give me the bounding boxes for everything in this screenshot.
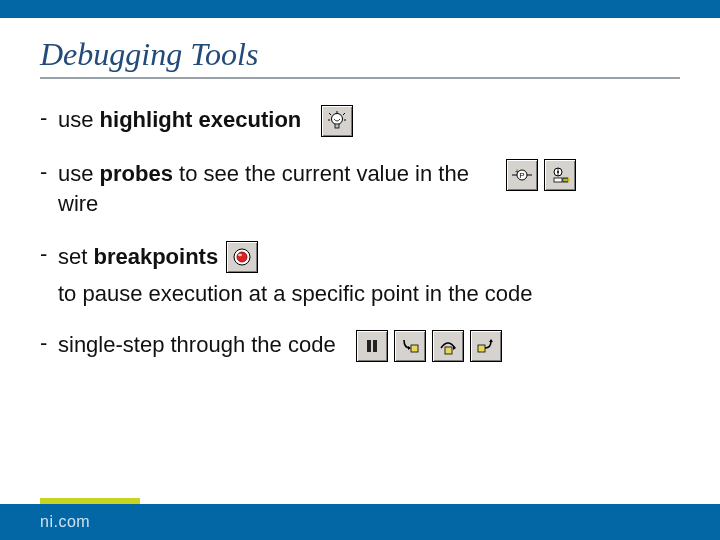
list-item: - use highlight execution (40, 105, 680, 137)
svg-text:+: + (515, 168, 519, 175)
slide-content: Debugging Tools - use highlight executio… (0, 18, 720, 362)
footer-accent (40, 498, 140, 504)
svg-rect-16 (373, 340, 377, 352)
dash-icon: - (40, 241, 58, 267)
svg-rect-17 (411, 345, 418, 352)
svg-point-13 (237, 252, 247, 262)
list-item: - single-step through the code (40, 330, 680, 362)
bullet-text: set breakpoints to pause execution at a … (58, 241, 598, 309)
page-title: Debugging Tools (40, 36, 680, 73)
custom-probe-icon (544, 159, 576, 191)
footer-bar: ni.com (0, 504, 720, 540)
icon-group (356, 330, 502, 362)
text-strong: breakpoints (93, 244, 218, 269)
dash-icon: - (40, 159, 58, 185)
icon-group (321, 105, 353, 137)
footer: ni.com (0, 504, 720, 540)
step-out-icon (470, 330, 502, 362)
text: use (58, 161, 100, 186)
text: single-step through the code (58, 332, 336, 357)
title-underline (40, 77, 680, 79)
icon-group: P + (506, 159, 576, 191)
svg-rect-1 (335, 124, 339, 128)
lightbulb-icon (321, 105, 353, 137)
text: use (58, 107, 100, 132)
text: to pause execution at a specific point i… (58, 279, 533, 309)
svg-point-9 (557, 171, 559, 173)
step-over-icon (432, 330, 464, 362)
svg-rect-15 (367, 340, 371, 352)
dash-icon: - (40, 105, 58, 131)
svg-text:P: P (519, 171, 524, 180)
bullet-text: single-step through the code (58, 330, 502, 362)
bullet-text: use probes to see the current value in t… (58, 159, 498, 218)
text-strong: probes (100, 161, 173, 186)
probe-icon: P + (506, 159, 538, 191)
text: set (58, 244, 93, 269)
bullet-text: use highlight execution (58, 105, 353, 137)
svg-point-14 (238, 253, 242, 256)
svg-rect-10 (554, 178, 562, 182)
breakpoint-icon (226, 241, 258, 273)
list-item: - set breakpoints to pause execution at … (40, 241, 680, 309)
brand-text: ni.com (40, 513, 90, 531)
header-bar (0, 0, 720, 18)
svg-rect-19 (478, 345, 485, 352)
dash-icon: - (40, 330, 58, 356)
pause-icon (356, 330, 388, 362)
bullet-list: - use highlight execution - (40, 105, 680, 362)
svg-rect-18 (445, 347, 452, 354)
text-strong: highlight execution (100, 107, 302, 132)
svg-point-0 (332, 114, 343, 125)
list-item: - use probes to see the current value in… (40, 159, 680, 218)
step-into-icon (394, 330, 426, 362)
